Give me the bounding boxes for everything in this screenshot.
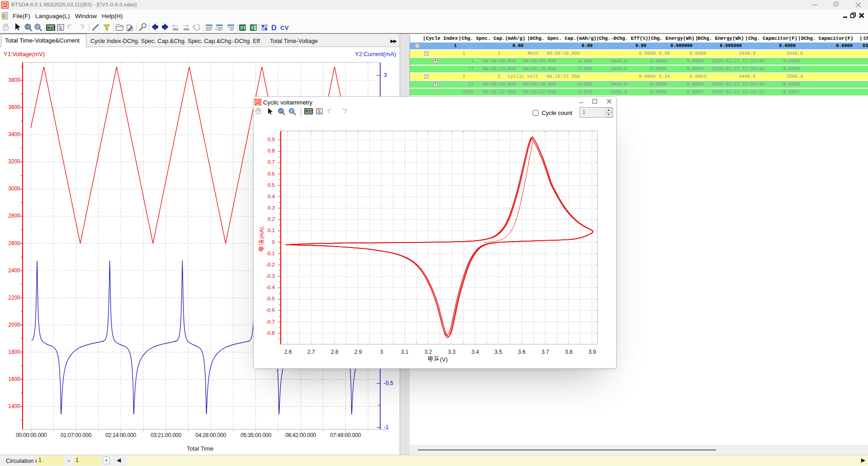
svg-text:D: D: [271, 24, 277, 32]
svg-text:ch1: ch1: [173, 27, 179, 31]
svg-text:ch1: ch1: [184, 27, 189, 31]
svg-text:(V): (V): [440, 356, 448, 363]
svg-text:CV: CV: [280, 24, 289, 31]
svg-text:RST: RST: [47, 26, 56, 30]
svg-text:(mA): (mA): [259, 227, 265, 239]
